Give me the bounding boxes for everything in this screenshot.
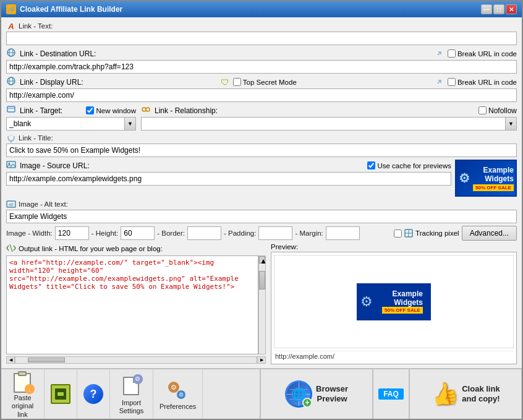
scroll-thumb[interactable] (259, 271, 265, 289)
image-alt-icon: alt (6, 199, 16, 209)
image-width-input[interactable] (55, 226, 89, 240)
image-height-input[interactable] (121, 226, 155, 240)
top-secret-label: Top Secret Mode (243, 79, 297, 86)
output-label: Output link - HTML for your web page or … (19, 245, 163, 252)
link-text-label: Link - Text: (19, 22, 53, 30)
app-icon: 🔗 (6, 4, 16, 14)
nofollow-label: Nofollow (488, 106, 517, 115)
nofollow-check[interactable] (478, 106, 487, 114)
new-window-checkbox[interactable]: New window (86, 106, 136, 114)
gear-icon-preview: ⚙ (459, 171, 470, 186)
display-url-input[interactable] (6, 88, 517, 102)
top-secret-check[interactable] (233, 78, 241, 86)
target-icon (6, 105, 16, 116)
tracking-pixel-label: Tracking pixel (415, 229, 459, 237)
minimize-button[interactable]: — (481, 4, 492, 14)
scroll-arrow-up[interactable]: ▲ (259, 256, 265, 264)
break-url-checkbox-1[interactable]: Break URL in code (448, 49, 517, 58)
browser-preview-label: Browser Preview (316, 384, 348, 403)
cloak-copy-button[interactable]: 👍 Cloak link and copy! (409, 369, 522, 419)
bottom-right: 🌐 + Browser Preview FAQ 👍 (261, 369, 522, 419)
image-source-row: Image - Source URL: Use cache for previe… (6, 160, 517, 197)
image-margin-label: - Margin: (295, 229, 323, 237)
import-settings-icon-area: ⚙ (119, 373, 144, 398)
target-dropdown-btn[interactable]: ▼ (125, 117, 136, 131)
import-settings-button[interactable]: ⚙ Import Settings (110, 369, 153, 419)
use-cache-checkbox[interactable]: Use cache for previews (367, 161, 451, 169)
relationship-dropdown-btn[interactable]: ▼ (506, 117, 517, 131)
link-text-label-row: A Link - Text: (6, 21, 517, 31)
output-scrollbar-v[interactable]: ▲ (258, 255, 266, 354)
paste-original-button[interactable]: ↓ Paste original link (1, 369, 45, 419)
display-url-row: Link - Display URL: 🛡 Top Secret Mode Br… (6, 76, 517, 102)
preview-text2: Widgets (382, 298, 423, 307)
browser-preview-content: 🌐 + Browser Preview (285, 380, 348, 408)
image-source-left: Image - Source URL: Use cache for previe… (6, 160, 451, 186)
help-button[interactable]: ? (77, 369, 110, 419)
paste-arrow-icon: ↓ (25, 384, 35, 394)
image-alt-input[interactable] (6, 210, 517, 223)
link-text-input[interactable] (6, 32, 517, 45)
image-source-input[interactable] (6, 172, 451, 186)
break-url-check-1[interactable] (448, 49, 456, 58)
output-code-textarea[interactable]: <a href="http://example.com/" target="_b… (6, 255, 258, 354)
use-cache-check[interactable] (367, 161, 375, 169)
target-col: Link - Target: New window ▼ (6, 105, 136, 131)
import-gear-icon: ⚙ (133, 374, 143, 384)
image-border-input[interactable] (187, 226, 221, 240)
image-alt-label: Image - Alt text: (19, 200, 68, 208)
output-icon (6, 243, 16, 254)
advanced-button[interactable]: Advanced... (462, 226, 517, 241)
cloak-label: Cloak link and copy! (462, 384, 500, 403)
image-source-label-row: Image - Source URL: Use cache for previe… (6, 160, 451, 171)
preview-label-row: Preview: (271, 243, 517, 251)
link-title-input[interactable] (6, 144, 517, 157)
tracking-pixel-checkbox[interactable]: Tracking pixel (394, 228, 459, 238)
image-source-icon (6, 160, 16, 171)
image-height-label: - Height: (91, 229, 118, 237)
break-url-check-2[interactable] (448, 78, 456, 86)
browser-preview-icon-area: 🌐 + (285, 380, 312, 408)
preferences-button[interactable]: ⚙ ⚙ Preferences (153, 369, 203, 419)
output-label-row: Output link - HTML for your web page or … (6, 243, 266, 254)
image-margin-input[interactable] (326, 226, 360, 240)
tracking-pixel-check[interactable] (394, 229, 402, 238)
save-floppy-icon (51, 384, 70, 404)
maximize-button[interactable]: □ (493, 4, 504, 14)
faq-button[interactable]: FAQ (378, 388, 404, 400)
image-padding-input[interactable] (258, 226, 292, 240)
scroll-arrow-left[interactable]: ◀ (6, 356, 15, 364)
top-secret-checkbox[interactable]: Top Secret Mode (233, 78, 297, 86)
new-window-label: New window (96, 107, 136, 114)
example-widgets-preview: ⚙ Example Widgets 50% OFF SALE (456, 161, 516, 195)
import-label: Import Settings (119, 399, 144, 415)
close-button[interactable]: ✕ (506, 4, 517, 14)
output-scrollbar-h[interactable] (15, 356, 257, 364)
window-title: Cloaked Affiliate Link Builder (20, 5, 122, 14)
browser-preview-button[interactable]: 🌐 + Browser Preview (261, 369, 373, 419)
break-url-label-2: Break URL in code (457, 79, 517, 86)
svg-point-9 (146, 108, 150, 111)
link-text-row: A Link - Text: (6, 21, 517, 45)
image-padding-label: - Padding: (224, 229, 256, 237)
target-select-wrapper: ▼ (6, 117, 136, 131)
preview-box: ⚙ Example Widgets 50% OFF SALE http://ex… (271, 252, 517, 364)
destination-url-input[interactable] (6, 60, 517, 74)
cloak-content: 👍 Cloak link and copy! (431, 380, 500, 408)
destination-url-row: Link - Destination URL: Break URL in cod… (6, 48, 517, 74)
preferences-label: Preferences (159, 403, 196, 411)
preview-sale: 50% OFF SALE (382, 307, 423, 314)
break-url-checkbox-2[interactable]: Break URL in code (448, 78, 517, 86)
relationship-input[interactable] (141, 117, 506, 131)
svg-line-19 (10, 244, 12, 252)
scroll-h-thumb[interactable] (28, 358, 65, 362)
bottom-left: ↓ Paste original link (1, 369, 261, 419)
save-button[interactable] (45, 369, 77, 419)
target-input[interactable] (6, 117, 125, 131)
scroll-arrow-right[interactable]: ▶ (257, 356, 266, 364)
link-icon-disp (434, 77, 444, 87)
link-title-label: Link - Title: (19, 134, 53, 142)
display-url-label-row: Link - Display URL: 🛡 Top Secret Mode Br… (6, 76, 517, 88)
new-window-check[interactable] (86, 106, 94, 114)
image-source-content: Image - Source URL: Use cache for previe… (6, 160, 517, 197)
